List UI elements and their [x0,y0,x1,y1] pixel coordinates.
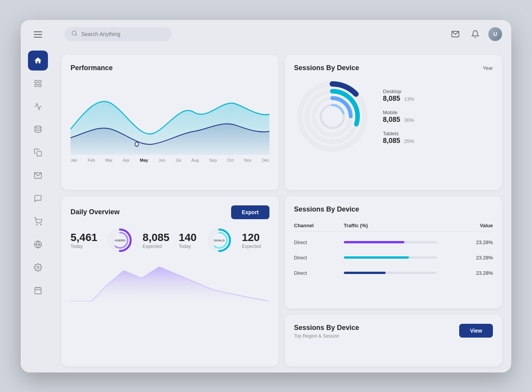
calendar-icon [34,286,42,295]
table-row: Direct 23.28% [294,235,493,250]
chat-icon [34,194,42,203]
desktop-label: Desktop [383,89,401,94]
users-expected-number: 8,085 [143,231,169,244]
sessions-bottom-header: Sessions By Device Top Region & Session … [294,324,493,339]
avatar[interactable]: U [488,27,502,41]
year-label: Year [483,65,493,71]
sidebar-item-globe[interactable] [28,235,48,254]
svg-rect-1 [39,80,41,82]
settings-icon [34,263,42,272]
goals-today-number: 140 [179,231,197,244]
sidebar-item-layers[interactable] [28,74,48,93]
table-row: Direct 23.28% [294,250,493,266]
mobile-label: Mobile [383,110,397,115]
users-donut-label: USERS [115,238,125,242]
value-3: 23.28% [443,270,493,276]
copy-icon [34,148,42,157]
x-label-jan: Jan [71,158,77,162]
value-1: 23.28% [443,239,493,245]
progress-bar-1 [344,241,404,243]
x-label-aug: Aug [191,158,199,162]
svg-point-16 [72,31,76,35]
sidebar-item-cart[interactable] [28,212,48,231]
daily-header: Daily Overview Export [71,205,269,219]
goals-expected-label: Expected [242,244,261,249]
sidebar-item-copy[interactable] [28,143,48,162]
sidebar-item-calendar[interactable] [28,280,48,300]
col-channel: Channel [294,223,344,228]
svg-rect-5 [37,151,41,156]
mail-icon-topbar[interactable] [448,27,462,41]
progress-bar-1-wrap [344,241,437,243]
legend-mobile: Mobile 8,085 30% [383,109,414,124]
search-box[interactable] [64,27,172,41]
sessions-content: Desktop 8,085 13% Mobile 8,085 30% [294,78,493,155]
legend-desktop: Desktop 8,085 13% [383,88,414,103]
sessions-table-title: Sessions By Device [294,205,493,213]
users-expected-label: Expected [143,244,169,249]
topbar-right: U [448,27,502,41]
mobile-pct: 30% [404,117,414,123]
notification-icon[interactable] [468,27,482,41]
performance-card: Performance [61,55,279,190]
sidebar-item-mail[interactable] [28,166,48,185]
hamburger-menu[interactable] [31,28,45,41]
x-label-dec: Dec [262,158,269,162]
sessions-donut-card: Sessions By Device Year [285,55,502,190]
sessions-bottom-text: Sessions By Device Top Region & Session [294,324,359,339]
analytics-icon [34,102,42,111]
globe-icon [34,240,42,249]
table-row: Direct 23.28% [294,266,493,281]
svg-rect-2 [35,84,37,86]
svg-point-8 [40,224,41,225]
sidebar-item-home[interactable] [28,51,48,71]
sessions-table-card: Sessions By Device Channel Traffic (%) V… [285,196,502,308]
donut-chart [294,78,371,155]
progress-bar-2 [344,256,409,259]
sessions-bottom-card: Sessions By Device Top Region & Session … [285,315,502,366]
progress-bar-3 [344,272,386,274]
x-label-apr: Apr [123,158,130,162]
desktop-pct: 13% [404,96,414,102]
export-button[interactable]: Export [231,205,269,219]
daily-overview-card: Daily Overview Export 5,461 Today [61,196,279,366]
channel-1: Direct [294,239,344,245]
x-label-jul: Jul [176,158,181,162]
channel-3: Direct [294,270,344,276]
legend-tablets: Tablets 8,085 25% [383,130,414,145]
sidebar [21,20,55,372]
goals-expected-number: 120 [242,231,261,244]
goals-donut: GOALS [206,227,233,254]
sidebar-item-database[interactable] [28,120,48,139]
stat-goals-expected: 120 Expected [242,231,261,249]
mail-icon [34,171,42,180]
col-value: Value [443,223,493,228]
table-header: Channel Traffic (%) Value [294,220,493,232]
x-label-may: May [140,158,148,162]
value-2: 23.28% [443,255,493,261]
sidebar-item-chat[interactable] [28,189,48,208]
bar-chart-area [71,263,269,301]
sidebar-item-analytics[interactable] [28,97,48,116]
sidebar-item-settings[interactable] [28,258,48,277]
sessions-bottom-title: Sessions By Device [294,324,359,332]
dashboard: Performance [55,49,511,372]
x-label-feb: Feb [88,158,95,162]
layers-icon [34,79,42,88]
goals-today-label: Today [179,244,197,249]
goals-donut-label: GOALS [214,238,225,242]
svg-line-17 [76,34,77,36]
tablets-label: Tablets [383,131,399,136]
mobile-value: 8,085 [383,116,400,123]
x-label-mar: Mar [105,158,113,162]
view-button[interactable]: View [459,324,493,338]
search-input[interactable] [81,31,158,37]
svg-rect-12 [35,287,41,294]
svg-rect-3 [39,84,41,86]
users-donut: USERS [107,227,133,254]
main-content: U Performance [55,20,511,372]
x-label-sep: Sep [209,158,217,162]
stat-users-expected: 8,085 Expected [143,231,169,249]
cart-icon [34,217,42,226]
progress-bar-2-wrap [344,256,437,259]
